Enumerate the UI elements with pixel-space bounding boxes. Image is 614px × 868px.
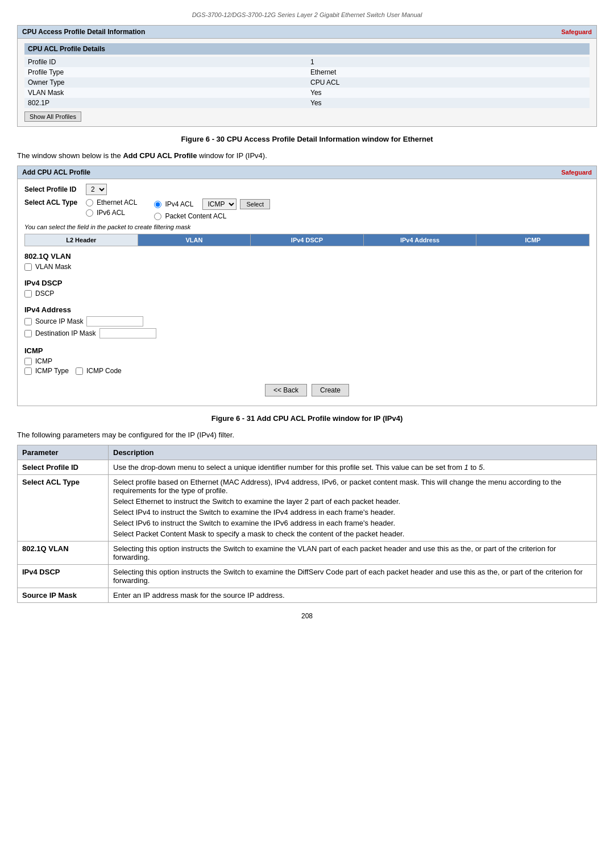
param-cell: Select Profile ID [18, 460, 109, 475]
table-row: VLAN Mask Yes [24, 88, 590, 98]
table-row: Source IP Mask Enter an IP address mask … [18, 588, 597, 603]
radio-packet-label[interactable]: Packet Content ACL [154, 212, 270, 220]
header-title: DGS-3700-12/DGS-3700-12G Series Layer 2 … [192, 11, 422, 18]
tab-ipv4-dscp[interactable]: IPv4 DSCP [251, 234, 364, 246]
icmp-section-title: ICMP [24, 346, 590, 355]
cpu-detail-content: CPU ACL Profile Details Profile ID 1 Pro… [18, 39, 596, 126]
table-row: Profile Type Ethernet [24, 67, 590, 77]
table-row: Owner Type CPU ACL [24, 77, 590, 88]
icmp-checkbox[interactable] [24, 358, 32, 365]
param-col-header: Parameter [18, 445, 109, 460]
select-profile-row: Select Profile ID 2 1 3 4 5 [24, 184, 590, 195]
table-row: IPv4 DSCP Selecting this option instruct… [18, 565, 597, 588]
bottom-buttons: << Back Create [24, 384, 590, 401]
dest-ip-checkbox[interactable] [24, 330, 32, 337]
tab-ipv4-address[interactable]: IPv4 Address [364, 234, 477, 246]
profile-details-header: CPU ACL Profile Details [24, 43, 590, 55]
table-row: 802.1Q VLAN Selecting this option instru… [18, 542, 597, 565]
param-cell: 802.1Q VLAN [18, 542, 109, 565]
acl-box-content: Select Profile ID 2 1 3 4 5 Select ACL T… [18, 179, 596, 406]
table-row: Profile ID 1 [24, 57, 590, 67]
vlan-mask-row: VLAN Mask [24, 263, 590, 271]
create-button[interactable]: Create [312, 384, 349, 396]
vlan-section-title: 802.1Q VLAN [24, 252, 590, 261]
icmp-code-label: ICMP Code [86, 367, 122, 375]
cpu-detail-box: CPU Access Profile Detail Information Sa… [17, 25, 597, 127]
back-button[interactable]: << Back [265, 384, 307, 396]
add-acl-box: Add CPU ACL Profile Safeguard Select Pro… [17, 166, 597, 406]
body-text-1: The window shown below is the Add CPU AC… [17, 151, 597, 160]
source-ip-row: Source IP Mask [24, 316, 590, 326]
desc-col-header: Description [109, 445, 597, 460]
show-all-profiles-button[interactable]: Show All Profiles [24, 111, 81, 122]
profile-table: Profile ID 1 Profile Type Ethernet Owner… [24, 57, 590, 108]
select-acl-label: Select ACL Type [24, 199, 81, 206]
dest-ip-row: Destination IP Mask [24, 328, 590, 338]
tab-bar: L2 Header VLAN IPv4 DSCP IPv4 Address IC… [24, 234, 590, 246]
dscp-section-title: IPv4 DSCP [24, 279, 590, 287]
dscp-checkbox[interactable] [24, 290, 32, 297]
source-ip-label: Source IP Mask [35, 317, 83, 325]
vlan-mask-label: VLAN Mask [35, 263, 71, 271]
source-ip-input[interactable] [86, 316, 143, 326]
radio-ipv6[interactable] [86, 209, 93, 217]
source-ip-checkbox[interactable] [24, 318, 32, 325]
icmp-type-checkbox[interactable] [24, 367, 32, 375]
tab-l2-header[interactable]: L2 Header [25, 234, 138, 246]
page-number: 208 [17, 612, 597, 620]
select-acl-type-row: Select ACL Type Ethernet ACL IPv6 ACL [24, 199, 590, 220]
icmp-label: ICMP [35, 357, 52, 365]
cpu-detail-title-bar: CPU Access Profile Detail Information Sa… [18, 26, 596, 39]
param-cell: IPv4 DSCP [18, 565, 109, 588]
parameter-table: Parameter Description Select Profile ID … [17, 445, 597, 603]
cpu-detail-title: CPU Access Profile Detail Information [22, 28, 145, 36]
left-radio-group: Ethernet ACL IPv6 ACL [86, 199, 137, 217]
body-text-2: The following parameters may be configur… [17, 431, 597, 439]
icmp-row: ICMP [24, 357, 590, 365]
radio-ethernet-label[interactable]: Ethernet ACL [86, 199, 137, 206]
table-row: Select Profile ID Use the drop-down menu… [18, 460, 597, 475]
dscp-label: DSCP [35, 290, 54, 297]
desc-cell: Select profile based on Ethernet (MAC Ad… [109, 475, 597, 542]
radio-ipv4[interactable] [154, 201, 161, 208]
desc-cell: Enter an IP address mask for the source … [109, 588, 597, 603]
acl-box-title: Add CPU ACL Profile [22, 168, 90, 176]
figure30-caption: Figure 6 - 30 CPU Access Profile Detail … [17, 135, 597, 143]
desc-cell: Selecting this option instructs the Swit… [109, 542, 597, 565]
dest-ip-input[interactable] [99, 328, 156, 338]
figure31-caption: Figure 6 - 31 Add CPU ACL Profile window… [17, 414, 597, 423]
select-profile-label: Select Profile ID [24, 185, 81, 193]
radio-packet[interactable] [154, 213, 161, 220]
radio-ipv6-label[interactable]: IPv6 ACL [86, 209, 137, 217]
select-button[interactable]: Select [240, 199, 270, 209]
safeguard-logo: Safeguard [561, 28, 592, 35]
ipv4-addr-section-title: IPv4 Address [24, 305, 590, 314]
page-header: DGS-3700-12/DGS-3700-12G Series Layer 2 … [17, 11, 597, 18]
vlan-mask-checkbox[interactable] [24, 263, 32, 271]
hint-text: You can select the field in the packet t… [24, 224, 590, 230]
dest-ip-label: Destination IP Mask [35, 329, 96, 337]
ipv4-icmp-row: IPv4 ACL ICMP TCP UDP Select [154, 199, 270, 210]
table-row: 802.1P Yes [24, 98, 590, 108]
table-header-row: Parameter Description [18, 445, 597, 460]
table-row: Select ACL Type Select profile based on … [18, 475, 597, 542]
acl-box-title-bar: Add CPU ACL Profile Safeguard [18, 166, 596, 179]
acl-safeguard-logo: Safeguard [561, 169, 592, 176]
select-profile-dropdown[interactable]: 2 1 3 4 5 [86, 184, 107, 195]
dscp-row: DSCP [24, 290, 590, 297]
radio-ethernet[interactable] [86, 199, 93, 206]
tab-vlan[interactable]: VLAN [138, 234, 251, 246]
icmp-type-label: ICMP Type [35, 367, 69, 375]
icmp-code-checkbox[interactable] [76, 367, 83, 375]
desc-cell: Selecting this option instructs the Swit… [109, 565, 597, 588]
param-cell: Source IP Mask [18, 588, 109, 603]
icmp-dropdown[interactable]: ICMP TCP UDP [202, 199, 237, 210]
icmp-type-code-row: ICMP Type ICMP Code [24, 367, 590, 375]
tab-icmp[interactable]: ICMP [476, 234, 589, 246]
right-radio-group: IPv4 ACL ICMP TCP UDP Select Packet Cont… [154, 199, 270, 220]
param-cell: Select ACL Type [18, 475, 109, 542]
radio-ipv4-label[interactable]: IPv4 ACL [154, 200, 193, 208]
desc-cell: Use the drop-down menu to select a uniqu… [109, 460, 597, 475]
